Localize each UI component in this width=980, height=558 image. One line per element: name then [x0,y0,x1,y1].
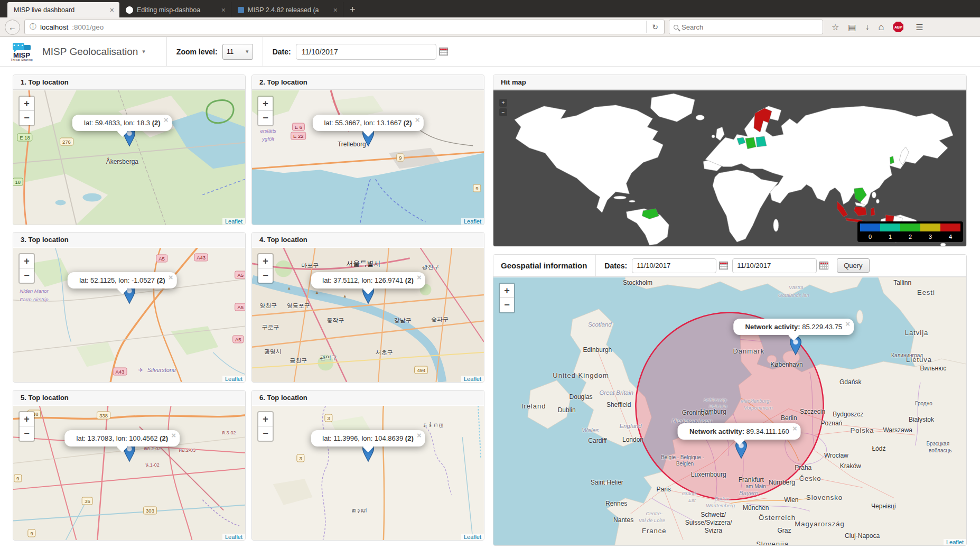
map-marker-icon[interactable] [789,336,801,356]
zoom-in-button[interactable]: + [258,97,273,111]
popup-close-icon[interactable]: × [415,115,420,124]
hitmap-zoom-control: + − [499,99,507,118]
search-bar[interactable] [669,20,823,34]
leaflet-link[interactable]: Leaflet [225,218,242,225]
download-icon[interactable]: ↓ [865,22,869,32]
zoom-out-button[interactable]: − [20,268,34,283]
tab-title: Editing misp-dashboa [137,6,217,14]
query-button[interactable]: Query [837,258,869,273]
date-input[interactable] [296,44,436,60]
leaflet-map-3[interactable]: A5A43A5A5A5Niden ManorFarm Airstripester… [13,248,245,382]
back-button[interactable]: ← [5,20,20,35]
tab-close-icon[interactable]: × [332,6,339,14]
popup-count: (2) [152,119,161,127]
legend-swatch [860,224,880,231]
reading-list-icon[interactable]: ▤ [848,22,856,32]
popup-close-icon[interactable]: × [792,424,797,433]
menu-icon[interactable]: ☰ [916,22,923,32]
europe-map [493,277,966,545]
brand-name: MISP [8,52,35,58]
popup-count: (2) [157,276,165,284]
leaflet-map-5[interactable]: 338338ตล.2-02ต.3-02ตอ.2-02ตอ.2-03น.1-029… [13,406,245,540]
chevron-down-icon: ▾ [246,48,249,55]
tab-close-icon[interactable]: × [109,6,115,14]
calendar-icon[interactable] [719,262,728,269]
popup-coords: lat: 11.3996, lon: 104.8639 [322,434,403,442]
zoom-in-button[interactable]: + [258,254,273,268]
leaflet-link[interactable]: Leaflet [464,218,481,225]
zoom-out-button[interactable]: − [499,108,507,116]
bookmark-star-icon[interactable]: ☆ [832,22,839,32]
zoom-out-button[interactable]: − [258,111,273,125]
leaflet-link[interactable]: Leaflet [225,376,242,382]
popup-count: (2) [404,119,412,127]
date-to-input[interactable] [732,258,817,273]
popup-close-icon[interactable]: × [169,273,173,282]
zoom-in-button[interactable]: + [20,412,34,426]
panel-top-location-1: 1. Top location E 18276Åkersberga18 + − … [13,75,246,225]
zoom-control: + − [257,253,274,284]
panel-title: 2. Top location [252,75,484,90]
divider [595,255,596,277]
map-tiles [252,248,484,382]
zoom-in-button[interactable]: + [20,97,34,111]
leaflet-map-6[interactable]: 3ភ្នំពេញ3តាខ្មៅ + − lat: 11.3996, lon: 1… [252,406,484,540]
tab-misp-live-dashboard[interactable]: MISP live dashboard × [7,2,119,17]
popup-coords: lat: 37.5112, lon: 126.9741 [322,276,403,284]
zoom-in-button[interactable]: + [500,284,514,298]
zoom-in-button[interactable]: + [499,99,507,107]
tab-editing-misp-dashboard[interactable]: Editing misp-dashboa × [119,2,231,17]
map-tiles [13,90,245,225]
popup-close-icon[interactable]: × [845,319,850,328]
geospatial-map[interactable]: StockholmVästraGötalands länTallinnEesti… [493,277,966,545]
popup-count: (2) [160,434,168,442]
date-from-input[interactable] [632,258,716,273]
popup-close-icon[interactable]: × [417,431,422,440]
zoom-out-button[interactable]: − [500,298,514,312]
calendar-icon[interactable] [439,48,448,55]
geospatial-title: Geospatial information [501,261,587,270]
new-tab-button[interactable]: + [343,2,362,17]
adblock-icon[interactable]: ABP [893,22,903,32]
popup-coords: lat: 13.7083, lon: 100.4562 [77,434,158,442]
map-attribution: Leaflet [222,534,245,540]
popup-close-icon[interactable]: × [171,431,176,440]
page-info-icon[interactable]: ⓘ [30,22,36,32]
legend-item: 3 [920,224,940,241]
popup-close-icon[interactable]: × [164,115,169,124]
zoom-level-select[interactable]: 11▾ [222,44,253,60]
zoom-in-button[interactable]: + [258,412,273,426]
calendar-icon[interactable] [819,262,828,269]
popup-close-icon[interactable]: × [417,273,422,282]
zoom-in-button[interactable]: + [20,254,34,268]
leaflet-map-2[interactable]: ✈erslättsygföltE 6E 22Trelleborg99 + − l… [252,90,484,225]
leaflet-link[interactable]: Leaflet [225,534,242,540]
map-attribution: Leaflet [461,376,484,382]
zoom-control: + − [257,96,274,126]
map-popup: lat: 37.5112, lon: 126.9741 (2) × [311,272,425,289]
misp-logo[interactable]: • • • MISP Threat Sharing [8,42,35,61]
hit-map[interactable]: + − 01234 [493,90,966,246]
divider [263,37,263,67]
tab-close-icon[interactable]: × [220,6,227,14]
url-bar[interactable]: ⓘ localhost :8001/geo ↻ [24,20,665,34]
search-input[interactable] [682,23,818,31]
zoom-out-button[interactable]: − [258,268,273,283]
leaflet-link[interactable]: Leaflet [464,376,481,382]
date-label: Date: [273,48,291,56]
brand-subtitle: Threat Sharing [8,58,35,61]
zoom-out-button[interactable]: − [20,111,34,125]
map-popup: lat: 55.3667, lon: 13.1667 (2) × [312,115,423,131]
zoom-out-button[interactable]: − [258,426,273,441]
page-title-dropdown[interactable]: MISP Geolocalisation ▾ [42,46,145,58]
leaflet-map-1[interactable]: E 18276Åkersberga18 + − lat: 59.4833, lo… [13,90,245,225]
home-icon[interactable]: ⌂ [878,22,884,33]
map-tiles [252,90,484,225]
zoom-out-button[interactable]: − [20,426,34,441]
reload-button[interactable]: ↻ [646,21,659,33]
leaflet-link[interactable]: Leaflet [464,534,481,540]
leaflet-map-4[interactable]: 마포구서울특별시광진구양천구영등포구동작구강남구송파구구로구광명시금천구관악구서… [252,248,484,382]
leaflet-link[interactable]: Leaflet [946,539,964,545]
legend-value: 0 [869,234,872,240]
tab-misp-released[interactable]: MISP 2.4.82 released (a × [231,2,343,17]
